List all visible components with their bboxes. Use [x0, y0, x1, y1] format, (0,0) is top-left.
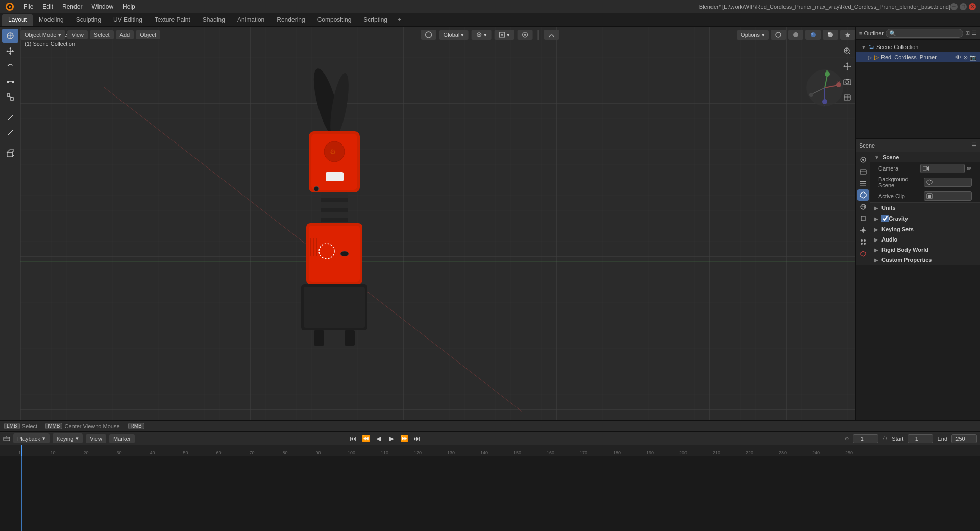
measure-tool-button[interactable] [2, 126, 18, 140]
minimize-button[interactable]: ─ [950, 3, 958, 10]
outliner-filter[interactable]: ⊞ [965, 30, 970, 36]
options-button[interactable]: Options ▾ [737, 30, 769, 40]
snap-dropdown[interactable]: ▾ [494, 30, 514, 40]
gravity-section-header[interactable]: ▶ Gravity [870, 213, 980, 224]
window-title: Blender* [E:\work\WIP\Red_Cordless_Prune… [699, 4, 950, 10]
physics-properties-tab[interactable] [857, 248, 869, 259]
pivot-point-dropdown[interactable]: ▾ [471, 30, 491, 40]
close-button[interactable]: ✕ [969, 3, 976, 10]
visibility-eye-icon[interactable]: 👁 [955, 54, 961, 60]
jump-to-end-button[interactable]: ⏭ [411, 433, 423, 444]
outliner-options[interactable]: ☰ [972, 30, 977, 36]
current-frame-input[interactable] [853, 434, 878, 443]
props-content-area: ▼ Scene Camera ✏ Background Scene [870, 152, 980, 265]
svg-rect-96 [859, 33, 862, 33]
isometric-view-button[interactable] [840, 90, 854, 104]
tab-sculpting[interactable]: Sculpting [70, 14, 107, 26]
annotate-tool-button[interactable] [2, 110, 18, 125]
edit-menu[interactable]: Edit [38, 2, 57, 11]
keying-sets-section-header[interactable]: ▶ Keying Sets [870, 224, 980, 234]
move-tool-button[interactable] [2, 44, 18, 58]
frame-info: ⊙ ⏱ Start End [845, 434, 977, 443]
particles-properties-tab[interactable] [857, 236, 869, 248]
scale-tool-button[interactable] [2, 75, 18, 89]
timeline-track[interactable] [0, 456, 980, 531]
cursor-tool-button[interactable] [2, 29, 18, 43]
add-menu-button[interactable]: Add [116, 30, 134, 39]
props-options[interactable]: ☰ [972, 142, 977, 149]
help-menu[interactable]: Help [118, 2, 139, 11]
units-section-header[interactable]: ▶ Units [870, 203, 980, 213]
prev-keyframe-button[interactable]: ⏪ [360, 433, 372, 444]
file-menu[interactable]: File [19, 2, 37, 11]
solid-shading[interactable] [788, 30, 803, 40]
custom-properties-section-header[interactable]: ▶ Custom Properties [870, 255, 980, 265]
render-menu[interactable]: Render [58, 2, 86, 11]
outliner-search[interactable] [886, 29, 963, 38]
frame-start-input[interactable] [908, 434, 933, 443]
tab-layout[interactable]: Layout [2, 14, 33, 26]
modifier-properties-tab[interactable] [857, 225, 869, 236]
world-properties-tab[interactable] [857, 201, 869, 212]
falloff-icon[interactable] [544, 30, 559, 40]
tab-shading[interactable]: Shading [197, 14, 231, 26]
play-button[interactable]: ▶ [386, 433, 397, 444]
render-icon[interactable]: 📷 [970, 54, 977, 61]
wireframe-shading[interactable] [771, 30, 786, 40]
rendered-shading[interactable] [823, 30, 838, 40]
view-menu-button[interactable]: View [67, 30, 88, 39]
scene-properties-tab[interactable] [857, 189, 869, 201]
transform-tool-button[interactable] [2, 90, 18, 104]
zoom-in-button[interactable] [840, 44, 854, 58]
red-cordless-pruner-item[interactable]: ▷ ▷ Red_Cordless_Pruner 👁 ⊙ 📷 [856, 52, 980, 62]
window-menu[interactable]: Window [87, 2, 117, 11]
viewport-icon[interactable]: ⊙ [963, 54, 968, 61]
tab-scripting[interactable]: Scripting [357, 14, 394, 26]
timeline-view-button[interactable]: View [86, 434, 106, 443]
render-properties-tab[interactable] [857, 154, 869, 165]
output-properties-tab[interactable] [857, 166, 869, 177]
frame-end-input[interactable] [951, 434, 977, 443]
add-workspace-button[interactable]: + [394, 14, 405, 26]
keying-dropdown[interactable]: Keying ▾ [53, 433, 83, 443]
tab-modeling[interactable]: Modeling [33, 14, 70, 26]
tab-compositing[interactable]: Compositing [311, 14, 358, 26]
tab-texture-paint[interactable]: Texture Paint [149, 14, 197, 26]
rmb-status: RMB [128, 423, 144, 429]
tab-uv-editing[interactable]: UV Editing [107, 14, 149, 26]
play-reverse-button[interactable]: ◀ [373, 433, 384, 444]
proportional-editing[interactable] [517, 30, 532, 40]
material-preview-shading[interactable] [805, 30, 821, 40]
playback-dropdown[interactable]: Playback ▾ [13, 433, 50, 443]
active-clip-field[interactable] [924, 191, 972, 201]
object-menu-button[interactable]: Object [136, 30, 160, 39]
camera-edit-button[interactable]: ✏ [967, 165, 972, 172]
rotate-tool-button[interactable] [2, 59, 18, 74]
camera-icon-button[interactable] [840, 75, 854, 89]
select-menu-button[interactable]: Select [90, 30, 114, 39]
bg-scene-field[interactable] [924, 178, 972, 187]
maximize-button[interactable]: □ [960, 3, 967, 10]
outliner-panel: Outliner ⊞ ☰ ▼ 🗂 Scene Collection ▷ ▷ Re… [855, 27, 980, 139]
scene-collection-item[interactable]: ▼ 🗂 Scene Collection [856, 42, 980, 52]
shading-settings[interactable] [840, 30, 855, 40]
viewport-header: Object Mode ▾ View Select Add Object [20, 27, 160, 43]
gravity-checkbox[interactable] [881, 215, 889, 222]
viewport-3d[interactable]: ⚙ [20, 27, 855, 431]
jump-to-start-button[interactable]: ⏮ [348, 433, 359, 444]
tab-rendering[interactable]: Rendering [271, 14, 311, 26]
svg-rect-55 [321, 218, 348, 222]
rigid-body-world-section-header[interactable]: ▶ Rigid Body World [870, 245, 980, 255]
timeline-marker-button[interactable]: Marker [109, 434, 135, 443]
pan-button[interactable] [840, 59, 854, 74]
audio-section-header[interactable]: ▶ Audio [870, 234, 980, 245]
scene-section-header[interactable]: ▼ Scene [870, 152, 980, 162]
object-properties-tab[interactable] [857, 213, 869, 224]
camera-field[interactable] [920, 164, 965, 173]
transform-global-dropdown[interactable]: Global ▾ [439, 30, 469, 40]
tab-animation[interactable]: Animation [231, 14, 271, 26]
view-layer-properties-tab[interactable] [857, 178, 869, 189]
next-keyframe-button[interactable]: ⏩ [399, 433, 410, 444]
mode-dropdown[interactable]: Object Mode ▾ [20, 30, 65, 40]
add-cube-button[interactable] [2, 146, 18, 160]
